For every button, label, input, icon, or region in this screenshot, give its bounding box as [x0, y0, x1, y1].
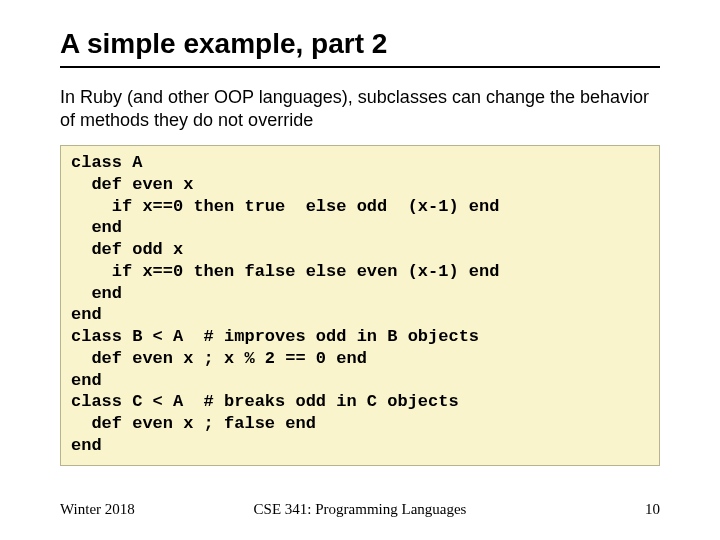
footer: Winter 2018 CSE 341: Programming Languag…: [60, 501, 660, 518]
slide: A simple example, part 2 In Ruby (and ot…: [0, 0, 720, 540]
title-rule: [60, 66, 660, 68]
footer-term: Winter 2018: [60, 501, 135, 518]
footer-course: CSE 341: Programming Languages: [254, 501, 467, 518]
body-paragraph: In Ruby (and other OOP languages), subcl…: [60, 86, 660, 131]
code-block: class A def even x if x==0 then true els…: [60, 145, 660, 466]
slide-title: A simple example, part 2: [60, 28, 660, 60]
footer-page-number: 10: [645, 501, 660, 518]
